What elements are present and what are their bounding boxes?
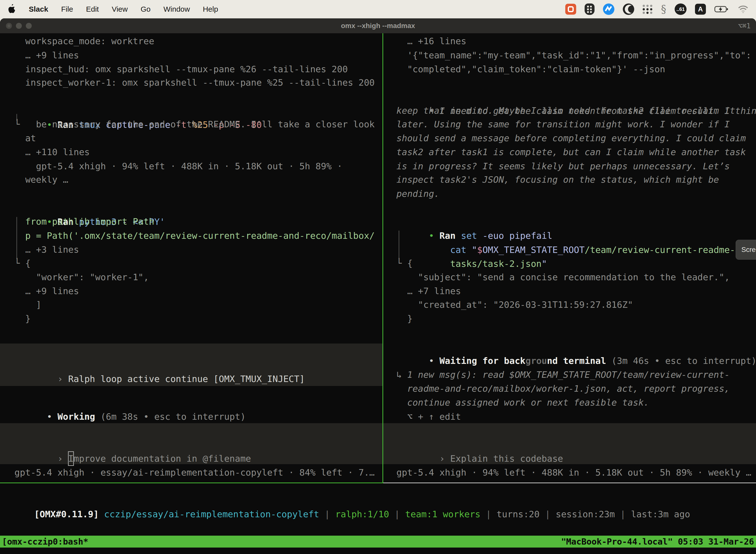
output-line: weekly … bbox=[4, 172, 68, 187]
tmux-session-name: [omx-cczip0:bash* bbox=[2, 537, 88, 547]
working-status: • Working (6m 38s • esc to interrupt) bbox=[4, 395, 246, 409]
pane-status-left: gpt-5.4 xhigh · essay/ai-reimplementatio… bbox=[4, 465, 375, 480]
tmux-host-clock: "MacBook-Pro-44.local" 05:03 31-Mar-26 bbox=[561, 537, 754, 547]
output-line: … +110 lines bbox=[4, 145, 90, 159]
thinking-line: inspect task2's JSON, focusing on the st… bbox=[386, 172, 719, 187]
output-line: "worker": "worker-1", bbox=[4, 270, 149, 284]
ralph-loop-band[interactable]: › Ralph loop active continue [OMX_TMUX_I… bbox=[0, 343, 382, 386]
thinking-line: pending. bbox=[386, 187, 440, 201]
chevron-icon: › bbox=[58, 453, 68, 464]
menu-bar: Slack File Edit View Go Window Help § ..… bbox=[0, 0, 756, 18]
omx-project-path: cczip/essay/ai-reimplementation-copyleft bbox=[99, 509, 319, 519]
pane-border-inactive bbox=[383, 483, 756, 483]
omx-version-badge: [OMX#0.11.9] bbox=[34, 509, 99, 519]
thinking-line: task2 after task1 is complete, but can I… bbox=[386, 145, 746, 159]
window-titlebar[interactable]: omx --xhigh --madmax ⌥⌘1 bbox=[0, 18, 756, 33]
apple-menu-icon[interactable] bbox=[7, 4, 16, 14]
pane-status-right: gpt-5.4 xhigh · 94% left · 488K in · 5.1… bbox=[386, 465, 751, 480]
command-line-tmux: • Ran tmux capture-pane -t %25 -p -S -80 bbox=[4, 104, 262, 118]
close-button bbox=[6, 23, 12, 29]
prompt-input-left[interactable]: › Improve documentation in @filename bbox=[4, 437, 251, 451]
bullet-icon: • bbox=[429, 356, 439, 366]
prompt-band-left[interactable]: › Improve documentation in @filename bbox=[0, 423, 382, 464]
text-cursor: I bbox=[68, 451, 74, 466]
command-line-cat2: tasks/task-2.json" bbox=[386, 242, 547, 257]
output-line: inspect_worker-1: omx sparkshell --tmux-… bbox=[4, 75, 375, 90]
session-time: session:23m bbox=[556, 509, 615, 519]
output-line: } bbox=[4, 312, 30, 326]
moon-circle-icon[interactable] bbox=[623, 3, 634, 15]
command-line-python: • Ran python3 - <<'PY' bbox=[4, 201, 165, 215]
output-line: "subject": "send a concise recommendatio… bbox=[386, 270, 730, 284]
thinking-line: should send a message before completing … bbox=[386, 131, 746, 145]
thinking-line: • I need to get the claim token from the… bbox=[386, 90, 756, 104]
mailbox-message-line: readme-and-reco/mailbox/worker-1.json, a… bbox=[386, 382, 730, 396]
messenger-icon[interactable] bbox=[603, 3, 614, 15]
terminal-window: omx --xhigh --madmax ⌥⌘1 workspace_mode:… bbox=[0, 18, 756, 554]
code-line: p = Path('.omx/state/team/review-current… bbox=[4, 229, 375, 243]
output-line: "completed","claim_token":"claim-token"}… bbox=[386, 62, 665, 76]
command-line-cat: cat "$OMX_TEAM_STATE_ROOT/team/review-cu… bbox=[386, 229, 756, 243]
bullet-icon: • bbox=[47, 411, 57, 422]
omx-status-line: [OMX#0.11.9] cczip/essay/ai-reimplementa… bbox=[2, 493, 690, 507]
chevron-icon: › bbox=[440, 453, 450, 464]
output-line: … +9 lines bbox=[4, 48, 79, 62]
screenshot-tooltip: Scre bbox=[736, 240, 756, 260]
menu-go[interactable]: Go bbox=[141, 5, 150, 13]
minimize-button bbox=[16, 23, 22, 29]
output-line: … +9 lines bbox=[4, 284, 79, 298]
pane-leader: workspace_mode: worktree … +9 lines insp… bbox=[0, 33, 382, 483]
traffic-light-buttons[interactable] bbox=[6, 18, 32, 33]
chevron-icon: › bbox=[58, 374, 68, 384]
window-shortcut: ⌥⌘1 bbox=[738, 18, 751, 33]
grid-shield-icon[interactable] bbox=[585, 3, 594, 15]
output-line: └ { bbox=[386, 256, 413, 270]
prompt-input-right[interactable]: › Explain this codebase bbox=[386, 437, 563, 451]
menu-help[interactable]: Help bbox=[203, 5, 218, 13]
count-badge[interactable]: ..61 bbox=[675, 3, 687, 15]
output-line: ] bbox=[4, 297, 42, 312]
output-line: at bbox=[4, 131, 36, 145]
pane-divider[interactable] bbox=[382, 33, 383, 483]
menu-file[interactable]: File bbox=[61, 5, 73, 13]
ralph-loop-status: › Ralph loop active continue [OMX_TMUX_I… bbox=[4, 358, 305, 372]
battery-icon[interactable] bbox=[714, 5, 729, 13]
pane-worker: … +16 lines '{"team_name":"my-team","tas… bbox=[383, 33, 756, 483]
code-line: from pathlib import Path bbox=[4, 214, 154, 229]
output-line: } bbox=[386, 312, 413, 326]
dots-grid-icon[interactable] bbox=[643, 5, 652, 14]
last-activity: last:3m ago bbox=[631, 509, 690, 519]
thinking-line: is in progress? It seems likely but perh… bbox=[386, 159, 730, 173]
input-source-icon[interactable]: A bbox=[695, 4, 706, 15]
output-line: workspace_mode: worktree bbox=[4, 34, 154, 48]
output-line: … +3 lines bbox=[4, 242, 79, 257]
thinking-line: later. Using the same for transition mig… bbox=[386, 117, 730, 131]
output-line: gpt-5.4 xhigh · 94% left · 488K in · 5.1… bbox=[4, 159, 342, 173]
output-line: … +16 lines bbox=[386, 34, 466, 48]
mailbox-message-line: ↳ 1 new msg(s): read $OMX_TEAM_STATE_ROO… bbox=[386, 368, 730, 382]
prompt-band-right[interactable]: › Explain this codebase bbox=[383, 423, 756, 464]
turns-counter: turns:20 bbox=[497, 509, 540, 519]
chat-app-icon[interactable] bbox=[565, 4, 576, 15]
menu-edit[interactable]: Edit bbox=[86, 5, 99, 13]
menu-app[interactable]: Slack bbox=[29, 5, 48, 13]
output-line: inspect_hud: omx sparkshell --tmux-pane … bbox=[4, 62, 348, 76]
waiting-status: • Waiting for background terminal (3m 46… bbox=[386, 340, 756, 354]
edit-hint: ⌥ + ↑ edit bbox=[386, 409, 461, 424]
zoom-button bbox=[26, 23, 32, 29]
menu-window[interactable]: Window bbox=[164, 5, 190, 13]
ralph-counter: ralph:1/10 bbox=[335, 509, 389, 519]
output-line: "created_at": "2026-03-31T11:59:27.816Z" bbox=[386, 297, 633, 312]
thinking-line: keep that in mind. Maybe I also need the… bbox=[386, 104, 735, 118]
workflow-icon[interactable]: § bbox=[661, 4, 666, 15]
window-title: omx --xhigh --madmax bbox=[0, 22, 756, 30]
pane-border-active bbox=[0, 483, 382, 483]
team-workers: team:1 workers bbox=[405, 509, 481, 519]
terminal-content: workspace_mode: worktree … +9 lines insp… bbox=[0, 33, 756, 554]
wifi-icon[interactable] bbox=[738, 5, 749, 13]
output-line: '{"team_name":"my-team","task_id":"1","f… bbox=[386, 48, 751, 62]
menu-view[interactable]: View bbox=[112, 5, 127, 13]
output-line: └ be necessary for the end of the README… bbox=[4, 117, 375, 131]
output-line: … +7 lines bbox=[386, 284, 461, 298]
tmux-status-bar: [omx-cczip0:bash* "MacBook-Pro-44.local"… bbox=[0, 536, 756, 548]
